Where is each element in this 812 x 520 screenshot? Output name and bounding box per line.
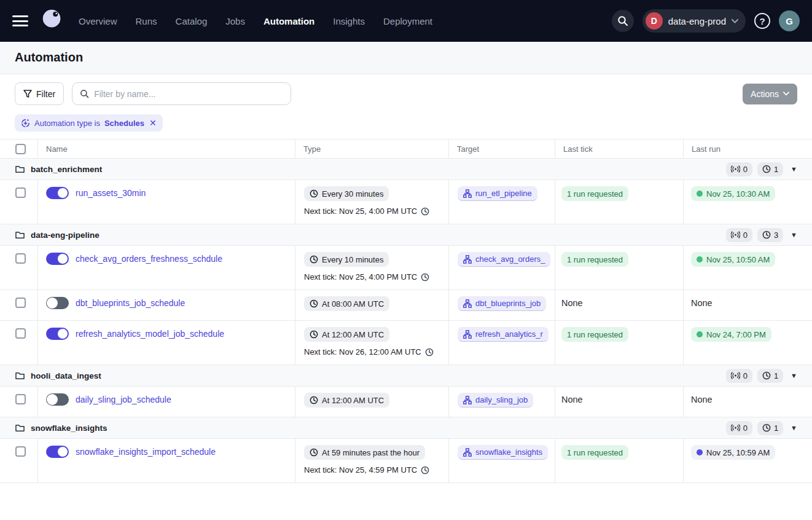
- last-run-cell: Nov 25, 10:59 AM: [684, 439, 812, 483]
- column-header-target: Target: [449, 140, 555, 158]
- schedule-toggle[interactable]: [46, 187, 69, 199]
- last-run-pill[interactable]: Nov 25, 10:50 AM: [691, 252, 775, 267]
- sensor-count: 0: [743, 165, 748, 174]
- search-input[interactable]: [94, 89, 283, 99]
- toolbar: Filter Actions: [0, 74, 812, 113]
- search-icon[interactable]: [612, 10, 634, 32]
- filter-button[interactable]: Filter: [15, 82, 64, 105]
- schedule-count: 1: [774, 165, 778, 174]
- automation-type-filter-tag[interactable]: Automation type is Schedules ✕: [15, 114, 163, 132]
- type-cell: At 08:00 AM UTC: [295, 290, 449, 320]
- schedule-toggle[interactable]: [46, 446, 69, 458]
- nav-item-jobs[interactable]: Jobs: [225, 16, 245, 26]
- clock-icon: [762, 423, 771, 432]
- clock-icon: [762, 371, 771, 380]
- row-checkbox[interactable]: [15, 328, 26, 339]
- automation-row-daily_sling_job_schedule: daily_sling_job_scheduleAt 12:00 AM UTCd…: [0, 387, 812, 417]
- workspace-badge: D: [646, 12, 663, 30]
- run-status-dot: [697, 256, 703, 262]
- automation-name-link[interactable]: dbt_blueprints_job_schedule: [76, 298, 185, 308]
- clock-icon: [425, 348, 434, 357]
- nav-item-catalog[interactable]: Catalog: [176, 16, 208, 26]
- automation-name-link[interactable]: snowflake_insights_import_schedule: [76, 447, 216, 457]
- automation-name-link[interactable]: run_assets_30min: [76, 188, 146, 198]
- close-icon[interactable]: ✕: [149, 119, 157, 127]
- last-run-none: None: [691, 296, 712, 308]
- clock-icon: [310, 189, 318, 198]
- next-tick-text: Next tick: Nov 25, 4:00 PM UTC: [304, 207, 448, 216]
- nav-item-automation[interactable]: Automation: [264, 16, 314, 26]
- schedule-type-pill: At 08:00 AM UTC: [304, 296, 389, 311]
- group-row-hooli_data_ingest[interactable]: hooli_data_ingest01▼: [0, 365, 812, 387]
- group-row-batch_enrichment[interactable]: batch_enrichment01▼: [0, 159, 812, 180]
- last-tick-none: None: [561, 393, 583, 404]
- help-icon[interactable]: ?: [754, 13, 770, 29]
- header-checkbox-cell: [0, 140, 38, 158]
- row-checkbox-cell: [0, 290, 38, 320]
- last-tick-cell: 1 run requested: [555, 321, 684, 364]
- target-pill[interactable]: snowflake_insights: [458, 445, 548, 460]
- row-checkbox[interactable]: [15, 187, 26, 198]
- filter-tag-row: Automation type is Schedules ✕: [0, 113, 812, 139]
- nav-item-runs[interactable]: Runs: [136, 16, 157, 26]
- name-cell: daily_sling_job_schedule: [38, 387, 295, 417]
- last-run-cell: Nov 25, 10:50 AM: [684, 246, 812, 290]
- row-checkbox[interactable]: [15, 297, 26, 308]
- target-pill[interactable]: daily_sling_job: [458, 393, 533, 408]
- schedule-toggle[interactable]: [46, 328, 69, 340]
- target-cell: snowflake_insights: [449, 439, 555, 483]
- collapse-caret-icon[interactable]: ▼: [791, 165, 797, 173]
- automation-name-link[interactable]: refresh_analytics_model_job_schedule: [76, 329, 224, 339]
- schedule-type-pill: At 12:00 AM UTC: [304, 393, 389, 408]
- select-all-checkbox[interactable]: [15, 144, 26, 154]
- last-tick-pill: 1 run requested: [561, 445, 628, 460]
- automation-name-link[interactable]: check_avg_orders_freshness_schdule: [76, 254, 222, 264]
- toggle-knob: [47, 394, 58, 405]
- group-row-data-eng-pipeline[interactable]: data-eng-pipeline03▼: [0, 224, 812, 246]
- actions-button[interactable]: Actions: [743, 84, 797, 104]
- schedule-toggle[interactable]: [46, 297, 69, 309]
- target-pill[interactable]: dbt_blueprints_job: [458, 296, 546, 311]
- collapse-caret-icon[interactable]: ▼: [791, 231, 797, 238]
- group-row-snowflake_insights[interactable]: snowflake_insights01▼: [0, 417, 812, 439]
- workspace-switcher[interactable]: D data-eng-prod: [642, 9, 746, 33]
- last-run-pill[interactable]: Nov 25, 10:30 AM: [691, 186, 775, 201]
- schedule-toggle[interactable]: [46, 253, 69, 265]
- automation-name-link[interactable]: daily_sling_job_schedule: [76, 395, 171, 404]
- avatar[interactable]: G: [779, 10, 800, 31]
- schedule-type-pill: Every 30 minutes: [304, 186, 389, 201]
- collapse-caret-icon[interactable]: ▼: [791, 424, 797, 431]
- target-pill[interactable]: check_avg_orders_: [458, 252, 550, 267]
- automation-row-snowflake_insights_import_schedule: snowflake_insights_import_scheduleAt 59 …: [0, 439, 812, 483]
- row-checkbox-cell: [0, 246, 38, 290]
- dagster-logo-icon[interactable]: [39, 7, 65, 34]
- last-tick-pill: 1 run requested: [561, 327, 628, 342]
- menu-icon[interactable]: [12, 15, 28, 26]
- nav-item-insights[interactable]: Insights: [333, 16, 365, 26]
- chevron-down-icon: [732, 19, 738, 23]
- row-checkbox[interactable]: [15, 394, 26, 404]
- clock-icon: [421, 466, 429, 475]
- target-pill[interactable]: run_etl_pipeline: [458, 186, 537, 201]
- target-pill[interactable]: refresh_analytics_r: [458, 327, 548, 342]
- last-tick-cell: None: [555, 290, 684, 320]
- row-checkbox-cell: [0, 439, 38, 483]
- row-checkbox[interactable]: [15, 446, 26, 457]
- last-run-pill[interactable]: Nov 25, 10:59 AM: [691, 445, 775, 460]
- nav-item-deployment[interactable]: Deployment: [383, 16, 432, 26]
- last-tick-pill: 1 run requested: [561, 252, 628, 267]
- nav-item-overview[interactable]: Overview: [79, 16, 117, 26]
- automation-row-dbt_blueprints_job_schedule: dbt_blueprints_job_scheduleAt 08:00 AM U…: [0, 290, 812, 321]
- automation-icon: [21, 119, 30, 128]
- page-title: Automation: [15, 50, 797, 65]
- schedule-count: 1: [774, 423, 778, 433]
- clock-icon: [310, 448, 318, 457]
- target-cell: check_avg_orders_: [449, 246, 555, 290]
- toggle-knob: [57, 446, 68, 457]
- row-checkbox[interactable]: [15, 253, 26, 264]
- funnel-icon: [23, 90, 32, 98]
- group-counts: 01▼: [726, 162, 797, 176]
- last-run-pill[interactable]: Nov 24, 7:00 PM: [691, 327, 771, 342]
- schedule-toggle[interactable]: [46, 393, 69, 406]
- collapse-caret-icon[interactable]: ▼: [791, 372, 797, 379]
